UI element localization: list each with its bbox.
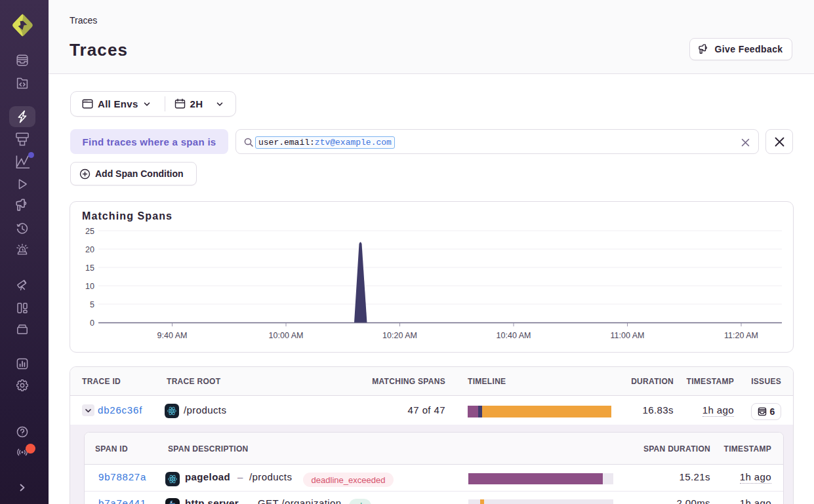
- svg-text:10:20 AM: 10:20 AM: [382, 331, 417, 340]
- svg-text:9:40 AM: 9:40 AM: [157, 331, 188, 340]
- svg-text:10:00 AM: 10:00 AM: [269, 331, 304, 340]
- svg-text:5: 5: [90, 300, 94, 309]
- svg-text:11:00 AM: 11:00 AM: [611, 331, 645, 340]
- svg-text:0: 0: [90, 319, 94, 328]
- svg-text:15: 15: [85, 263, 94, 273]
- svg-text:25: 25: [85, 227, 94, 236]
- svg-text:10: 10: [85, 282, 94, 291]
- svg-text:10:40 AM: 10:40 AM: [497, 331, 531, 340]
- svg-text:20: 20: [85, 245, 94, 254]
- svg-text:11:20 AM: 11:20 AM: [724, 331, 758, 340]
